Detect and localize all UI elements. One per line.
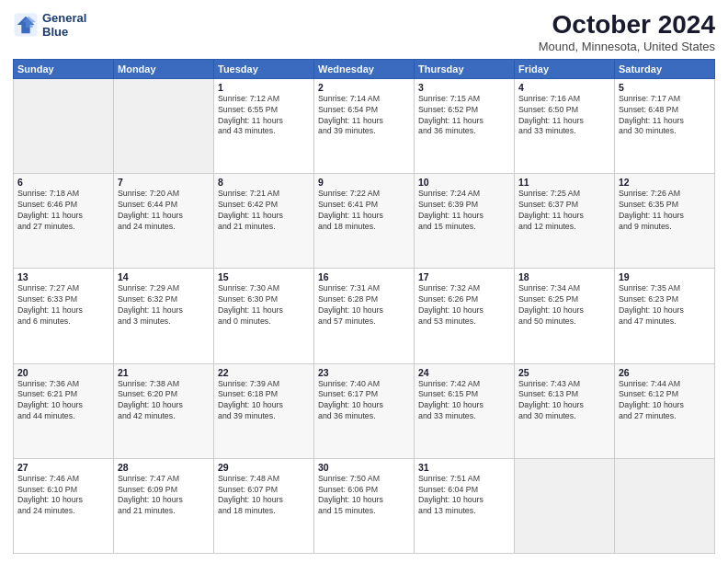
main-title: October 2024 bbox=[539, 11, 715, 40]
day-number: 29 bbox=[218, 462, 310, 473]
day-number: 17 bbox=[418, 271, 510, 282]
calendar-cell: 5Sunrise: 7:17 AM Sunset: 6:48 PM Daylig… bbox=[615, 78, 715, 173]
day-info: Sunrise: 7:51 AM Sunset: 6:04 PM Dayligh… bbox=[418, 474, 510, 518]
calendar-cell: 22Sunrise: 7:39 AM Sunset: 6:18 PM Dayli… bbox=[214, 363, 314, 458]
day-header-saturday: Saturday bbox=[615, 59, 715, 78]
calendar-cell: 21Sunrise: 7:38 AM Sunset: 6:20 PM Dayli… bbox=[114, 363, 214, 458]
day-info: Sunrise: 7:32 AM Sunset: 6:26 PM Dayligh… bbox=[418, 283, 510, 327]
day-number: 16 bbox=[318, 271, 410, 282]
calendar-cell: 2Sunrise: 7:14 AM Sunset: 6:54 PM Daylig… bbox=[314, 78, 415, 173]
calendar-cell: 24Sunrise: 7:42 AM Sunset: 6:15 PM Dayli… bbox=[415, 363, 515, 458]
calendar-cell: 19Sunrise: 7:35 AM Sunset: 6:23 PM Dayli… bbox=[615, 269, 715, 363]
calendar-cell: 27Sunrise: 7:46 AM Sunset: 6:10 PM Dayli… bbox=[14, 458, 114, 553]
day-number: 18 bbox=[518, 271, 610, 282]
calendar-cell: 15Sunrise: 7:30 AM Sunset: 6:30 PM Dayli… bbox=[214, 269, 314, 363]
day-info: Sunrise: 7:12 AM Sunset: 6:55 PM Dayligh… bbox=[218, 94, 310, 138]
day-info: Sunrise: 7:43 AM Sunset: 6:13 PM Dayligh… bbox=[518, 379, 610, 423]
day-info: Sunrise: 7:46 AM Sunset: 6:10 PM Dayligh… bbox=[17, 474, 109, 518]
day-info: Sunrise: 7:24 AM Sunset: 6:39 PM Dayligh… bbox=[418, 189, 510, 233]
day-number: 24 bbox=[418, 367, 510, 378]
calendar-cell: 30Sunrise: 7:50 AM Sunset: 6:06 PM Dayli… bbox=[314, 458, 415, 553]
calendar-cell: 9Sunrise: 7:22 AM Sunset: 6:41 PM Daylig… bbox=[314, 174, 415, 269]
week-row-2: 6Sunrise: 7:18 AM Sunset: 6:46 PM Daylig… bbox=[14, 174, 715, 269]
day-info: Sunrise: 7:36 AM Sunset: 6:21 PM Dayligh… bbox=[17, 379, 109, 423]
day-info: Sunrise: 7:20 AM Sunset: 6:44 PM Dayligh… bbox=[118, 189, 210, 233]
day-number: 27 bbox=[17, 462, 109, 473]
calendar-cell: 4Sunrise: 7:16 AM Sunset: 6:50 PM Daylig… bbox=[515, 78, 615, 173]
day-info: Sunrise: 7:34 AM Sunset: 6:25 PM Dayligh… bbox=[518, 283, 610, 327]
day-info: Sunrise: 7:31 AM Sunset: 6:28 PM Dayligh… bbox=[318, 283, 410, 327]
calendar-cell: 1Sunrise: 7:12 AM Sunset: 6:55 PM Daylig… bbox=[214, 78, 314, 173]
day-number: 21 bbox=[118, 367, 210, 378]
calendar-cell: 23Sunrise: 7:40 AM Sunset: 6:17 PM Dayli… bbox=[314, 363, 415, 458]
header: General Blue October 2024 Mound, Minneso… bbox=[13, 11, 715, 53]
day-number: 1 bbox=[218, 82, 310, 93]
calendar-table: SundayMondayTuesdayWednesdayThursdayFrid… bbox=[13, 59, 715, 554]
calendar-cell: 6Sunrise: 7:18 AM Sunset: 6:46 PM Daylig… bbox=[14, 174, 114, 269]
week-row-5: 27Sunrise: 7:46 AM Sunset: 6:10 PM Dayli… bbox=[14, 458, 715, 553]
week-row-1: 1Sunrise: 7:12 AM Sunset: 6:55 PM Daylig… bbox=[14, 78, 715, 173]
calendar-cell: 10Sunrise: 7:24 AM Sunset: 6:39 PM Dayli… bbox=[415, 174, 515, 269]
calendar-cell: 7Sunrise: 7:20 AM Sunset: 6:44 PM Daylig… bbox=[114, 174, 214, 269]
calendar-cell: 12Sunrise: 7:26 AM Sunset: 6:35 PM Dayli… bbox=[615, 174, 715, 269]
day-info: Sunrise: 7:14 AM Sunset: 6:54 PM Dayligh… bbox=[318, 94, 410, 138]
title-block: October 2024 Mound, Minnesota, United St… bbox=[539, 11, 715, 53]
day-info: Sunrise: 7:40 AM Sunset: 6:17 PM Dayligh… bbox=[318, 379, 410, 423]
day-info: Sunrise: 7:47 AM Sunset: 6:09 PM Dayligh… bbox=[118, 474, 210, 518]
calendar-cell: 8Sunrise: 7:21 AM Sunset: 6:42 PM Daylig… bbox=[214, 174, 314, 269]
week-row-4: 20Sunrise: 7:36 AM Sunset: 6:21 PM Dayli… bbox=[14, 363, 715, 458]
day-number: 22 bbox=[218, 367, 310, 378]
day-info: Sunrise: 7:35 AM Sunset: 6:23 PM Dayligh… bbox=[619, 283, 711, 327]
day-number: 5 bbox=[619, 82, 711, 93]
day-header-thursday: Thursday bbox=[415, 59, 515, 78]
day-number: 25 bbox=[518, 367, 610, 378]
day-number: 3 bbox=[418, 82, 510, 93]
calendar-cell: 20Sunrise: 7:36 AM Sunset: 6:21 PM Dayli… bbox=[14, 363, 114, 458]
calendar-cell bbox=[114, 78, 214, 173]
day-number: 13 bbox=[17, 271, 109, 282]
calendar-cell: 17Sunrise: 7:32 AM Sunset: 6:26 PM Dayli… bbox=[415, 269, 515, 363]
day-info: Sunrise: 7:25 AM Sunset: 6:37 PM Dayligh… bbox=[518, 189, 610, 233]
day-number: 30 bbox=[318, 462, 410, 473]
calendar-cell: 31Sunrise: 7:51 AM Sunset: 6:04 PM Dayli… bbox=[415, 458, 515, 553]
calendar-cell: 3Sunrise: 7:15 AM Sunset: 6:52 PM Daylig… bbox=[415, 78, 515, 173]
day-number: 15 bbox=[218, 271, 310, 282]
day-number: 9 bbox=[318, 177, 410, 188]
day-number: 8 bbox=[218, 177, 310, 188]
day-number: 6 bbox=[17, 177, 109, 188]
calendar-cell: 28Sunrise: 7:47 AM Sunset: 6:09 PM Dayli… bbox=[114, 458, 214, 553]
day-number: 28 bbox=[118, 462, 210, 473]
calendar-cell bbox=[615, 458, 715, 553]
day-number: 2 bbox=[318, 82, 410, 93]
page: General Blue October 2024 Mound, Minneso… bbox=[0, 0, 728, 563]
day-number: 12 bbox=[619, 177, 711, 188]
day-info: Sunrise: 7:22 AM Sunset: 6:41 PM Dayligh… bbox=[318, 189, 410, 233]
day-number: 11 bbox=[518, 177, 610, 188]
day-info: Sunrise: 7:44 AM Sunset: 6:12 PM Dayligh… bbox=[619, 379, 711, 423]
day-info: Sunrise: 7:50 AM Sunset: 6:06 PM Dayligh… bbox=[318, 474, 410, 518]
logo: General Blue bbox=[13, 11, 86, 39]
day-info: Sunrise: 7:18 AM Sunset: 6:46 PM Dayligh… bbox=[17, 189, 109, 233]
day-number: 7 bbox=[118, 177, 210, 188]
calendar-cell bbox=[14, 78, 114, 173]
day-info: Sunrise: 7:17 AM Sunset: 6:48 PM Dayligh… bbox=[619, 94, 711, 138]
day-number: 26 bbox=[619, 367, 711, 378]
day-number: 4 bbox=[518, 82, 610, 93]
day-number: 14 bbox=[118, 271, 210, 282]
day-header-friday: Friday bbox=[515, 59, 615, 78]
calendar-cell: 26Sunrise: 7:44 AM Sunset: 6:12 PM Dayli… bbox=[615, 363, 715, 458]
day-header-wednesday: Wednesday bbox=[314, 59, 415, 78]
day-info: Sunrise: 7:42 AM Sunset: 6:15 PM Dayligh… bbox=[418, 379, 510, 423]
day-header-sunday: Sunday bbox=[14, 59, 114, 78]
calendar-header-row: SundayMondayTuesdayWednesdayThursdayFrid… bbox=[14, 59, 715, 78]
day-number: 20 bbox=[17, 367, 109, 378]
week-row-3: 13Sunrise: 7:27 AM Sunset: 6:33 PM Dayli… bbox=[14, 269, 715, 363]
day-header-monday: Monday bbox=[114, 59, 214, 78]
day-info: Sunrise: 7:30 AM Sunset: 6:30 PM Dayligh… bbox=[218, 283, 310, 327]
calendar-cell: 14Sunrise: 7:29 AM Sunset: 6:32 PM Dayli… bbox=[114, 269, 214, 363]
day-info: Sunrise: 7:16 AM Sunset: 6:50 PM Dayligh… bbox=[518, 94, 610, 138]
logo-text: General Blue bbox=[42, 11, 86, 39]
day-number: 10 bbox=[418, 177, 510, 188]
calendar-cell bbox=[515, 458, 615, 553]
day-number: 31 bbox=[418, 462, 510, 473]
